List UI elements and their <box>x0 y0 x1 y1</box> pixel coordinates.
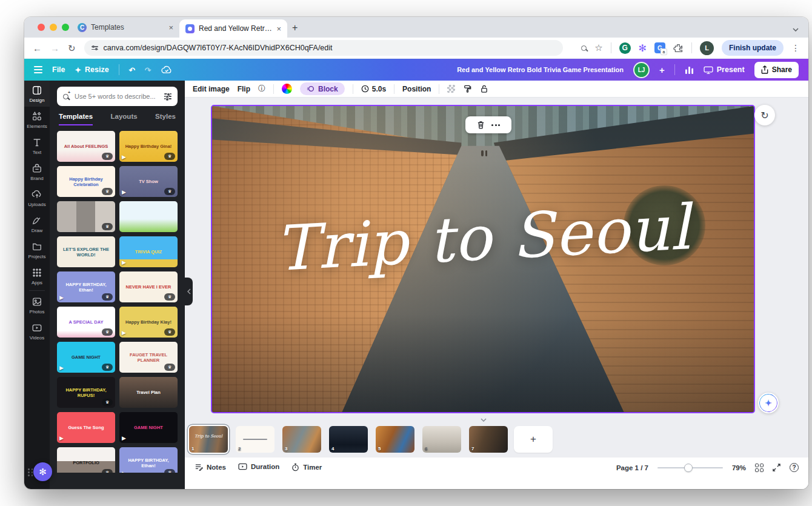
page-thumbnail[interactable]: 5 <box>376 426 414 453</box>
page-thumbnail[interactable]: 3 <box>282 426 321 453</box>
present-button[interactable]: Present <box>704 65 745 74</box>
duration-toggle-button[interactable]: Duration <box>238 463 279 470</box>
page-thumbnail[interactable]: 6 <box>422 426 461 453</box>
info-icon[interactable]: ⓘ <box>258 84 265 94</box>
tab-styles[interactable]: Styles <box>155 113 176 125</box>
timer-button[interactable]: Timer <box>291 463 322 471</box>
zoom-slider[interactable] <box>657 467 723 468</box>
sidebar-item-apps[interactable]: Apps <box>24 263 50 289</box>
maximize-window-button[interactable] <box>62 24 69 31</box>
notes-button[interactable]: Notes <box>195 463 226 471</box>
browser-tab-active-design[interactable]: Red and Yellow Retro Bold Tri × <box>179 19 287 38</box>
lock-icon[interactable] <box>480 84 488 93</box>
template-thumbnail[interactable]: A SPECIAL DAY ▶ ♛ <box>57 307 115 338</box>
tab-search-chevron-icon[interactable] <box>793 28 799 32</box>
page-thumbnail[interactable]: Trip to Seoul 1 <box>189 426 228 453</box>
reload-icon[interactable]: ↻ <box>68 44 76 53</box>
zoom-slider-thumb[interactable] <box>684 464 693 472</box>
forward-icon[interactable]: → <box>50 44 59 53</box>
delete-trash-icon[interactable] <box>477 121 485 129</box>
template-thumbnail[interactable]: Guess The Song ▶ ♛ <box>57 412 115 443</box>
template-thumbnail[interactable]: TV Show ▶ ♛ <box>119 166 178 197</box>
resize-button[interactable]: ✦ Resize <box>75 65 109 75</box>
template-thumbnail[interactable]: FAUGET TRAVEL PLANNER ▶ ♛ <box>119 342 178 373</box>
copy-style-roller-icon[interactable] <box>463 84 472 93</box>
magic-studio-button[interactable]: ✦ <box>758 393 779 413</box>
menu-icon[interactable] <box>34 66 42 73</box>
invite-member-icon[interactable]: + <box>659 65 665 75</box>
add-page-button[interactable]: + <box>514 426 553 453</box>
sidebar-item-draw[interactable]: Draw <box>24 211 50 237</box>
template-thumbnail[interactable]: ▶ ♛ <box>119 201 178 232</box>
drag-handle-dots-icon[interactable] <box>28 468 33 476</box>
close-window-button[interactable] <box>38 24 45 31</box>
translate-extension-icon[interactable]: G <box>654 42 665 53</box>
fullscreen-icon[interactable] <box>773 464 780 471</box>
template-thumbnail[interactable]: PORTFOLIO ▶ ♛ <box>57 447 115 473</box>
template-thumbnail[interactable]: HAPPY BIRTHDAY, Ethan! ▶ ♛ <box>119 447 178 473</box>
share-button[interactable]: Share <box>754 62 799 78</box>
search-input[interactable] <box>73 92 159 101</box>
close-tab-icon[interactable]: × <box>168 24 173 32</box>
template-thumbnail[interactable]: GAME NIGHT ▶ ♛ <box>57 342 115 373</box>
sidebar-item-brand[interactable]: Brand <box>24 159 50 185</box>
template-thumbnail[interactable]: Happy Birthday Gina! ▶ ♛ <box>119 131 178 162</box>
template-thumbnail[interactable]: ▶ ♛ <box>57 201 115 232</box>
color-wheel-icon[interactable] <box>282 84 292 94</box>
template-thumbnail[interactable]: LET'S EXPLORE THE WORLD! ▶ ♛ <box>57 236 115 267</box>
template-thumbnail[interactable]: HAPPY BIRTHDAY, RUFUS! ▶ ♛ <box>57 377 115 408</box>
sidebar-item-uploads[interactable]: Uploads <box>24 185 50 211</box>
help-icon[interactable]: ? <box>790 463 799 472</box>
panel-collapse-handle[interactable] <box>185 278 193 305</box>
design-page-canvas[interactable]: Trip to Seoul <box>211 105 755 413</box>
flip-button[interactable]: Flip <box>238 85 250 93</box>
browser-profile-avatar[interactable]: L <box>700 41 714 55</box>
design-title[interactable]: Red and Yellow Retro Bold Trivia Game Pr… <box>457 66 624 73</box>
search-filter-icon[interactable] <box>164 93 171 99</box>
tab-templates[interactable]: Templates <box>59 113 93 125</box>
transparency-icon[interactable] <box>447 85 455 93</box>
sidebar-item-projects[interactable]: Projects <box>24 237 50 263</box>
zoom-search-icon[interactable] <box>581 45 587 51</box>
template-thumbnail[interactable]: All About FEELINGS ▶ ♛ <box>57 131 115 162</box>
new-tab-button[interactable]: + <box>292 22 298 33</box>
page-thumbnail[interactable]: 4 <box>329 426 368 453</box>
template-thumbnail[interactable]: TRIVIA QUIZ ▶ ♛ <box>119 236 178 267</box>
site-settings-icon[interactable] <box>92 46 98 50</box>
insights-chart-icon[interactable] <box>685 66 694 74</box>
template-search-box[interactable] <box>57 87 178 106</box>
position-button[interactable]: Position <box>402 85 431 93</box>
grammarly-extension-icon[interactable]: G <box>619 42 631 54</box>
template-thumbnail[interactable]: HAPPY BIRTHDAY, Ethan! ▶ ♛ <box>57 271 115 302</box>
user-avatar[interactable]: LJ <box>633 62 650 78</box>
address-bar[interactable]: canva.com/design/DAGQW7l6T0Y/7-KAcN6IDVh… <box>84 40 563 56</box>
sidebar-item-videos[interactable]: Videos <box>24 318 50 344</box>
template-thumbnail[interactable]: Happy Birthday Celebration ▶ ♛ <box>57 166 115 197</box>
more-options-icon[interactable] <box>491 124 500 126</box>
sidebar-item-elements[interactable]: Elements <box>24 107 50 133</box>
page-thumbnail[interactable]: 2 <box>236 426 275 453</box>
template-thumbnail[interactable]: GAME NIGHT ▶ ♛ <box>119 412 178 443</box>
browser-menu-icon[interactable]: ⋮ <box>791 43 800 53</box>
template-thumbnail[interactable]: NEVER HAVE I EVER ▶ ♛ <box>119 271 178 302</box>
tab-layouts[interactable]: Layouts <box>111 113 138 125</box>
browser-tab-templates[interactable]: C Templates × <box>72 17 179 38</box>
bookmark-star-icon[interactable]: ☆ <box>594 42 602 53</box>
refresh-design-button[interactable]: ↻ <box>754 105 775 125</box>
edit-image-button[interactable]: Edit image <box>193 85 230 93</box>
sidebar-item-design[interactable]: Design <box>24 81 50 107</box>
minimize-window-button[interactable] <box>50 24 57 31</box>
extensions-puzzle-icon[interactable] <box>673 43 684 53</box>
finish-update-button[interactable]: Finish update <box>722 40 784 56</box>
grid-view-icon[interactable] <box>755 464 764 472</box>
template-thumbnail[interactable]: Happy Birthday Klay! ▶ ♛ <box>119 307 178 338</box>
page-thumbnail[interactable]: 7 <box>469 426 508 453</box>
sidebar-item-photos[interactable]: Photos <box>24 292 50 318</box>
duration-button[interactable]: 5.0s <box>361 85 386 93</box>
redo-icon[interactable]: ↷ <box>145 65 151 75</box>
collapse-filmstrip-chevron[interactable] <box>476 416 491 424</box>
canva-assistant-button[interactable]: ✻ <box>33 462 52 481</box>
undo-icon[interactable]: ↶ <box>129 65 135 75</box>
file-menu-button[interactable]: File <box>52 65 65 74</box>
template-thumbnail[interactable]: Travel Plan ▶ ♛ <box>119 377 178 408</box>
